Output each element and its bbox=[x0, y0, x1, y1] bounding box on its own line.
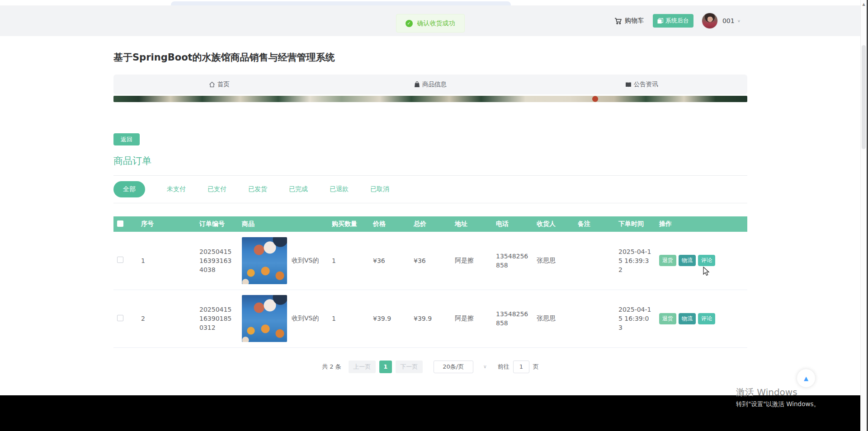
cell-price: ¥36 bbox=[369, 232, 410, 290]
tab-all[interactable]: 全部 bbox=[113, 181, 145, 197]
user-menu[interactable]: 001 ∨ bbox=[722, 17, 741, 24]
cell-price: ¥39.9 bbox=[369, 290, 410, 347]
col-header-remark: 备注 bbox=[574, 216, 615, 232]
success-toast: ✓ 确认收货成功 bbox=[396, 14, 465, 33]
pagination-total: 共 2 条 bbox=[322, 363, 341, 371]
page-number-1[interactable]: 1 bbox=[379, 361, 392, 373]
col-header-quantity: 购买数量 bbox=[328, 216, 369, 232]
cell-order-time: 2025-04-15 16:39:32 bbox=[615, 232, 656, 290]
scrollbar-thumb[interactable] bbox=[862, 45, 866, 149]
tab-completed[interactable]: 已完成 bbox=[289, 185, 308, 193]
select-all-checkbox[interactable] bbox=[117, 220, 123, 227]
logistics-button[interactable]: 物流 bbox=[679, 255, 696, 266]
cell-phone: 13548256858 bbox=[492, 290, 533, 347]
scrollbar[interactable]: ▲ bbox=[860, 0, 867, 431]
browser-strip bbox=[0, 0, 868, 5]
user-avatar[interactable] bbox=[702, 13, 718, 29]
cart-label: 购物车 bbox=[625, 17, 644, 25]
cell-total: ¥36 bbox=[410, 232, 451, 290]
nav-item-news[interactable]: 公告资讯 bbox=[536, 80, 747, 89]
logistics-button[interactable]: 物流 bbox=[679, 313, 696, 324]
windows-watermark-line1: 激活 Windows bbox=[736, 386, 797, 398]
table-row: 2 20250415163901850312 收到VS的 1 ¥39.9 ¥39… bbox=[113, 290, 747, 347]
main-nav: 首页 商品信息 公告资讯 bbox=[113, 75, 747, 94]
goods-icon bbox=[414, 81, 420, 88]
row-checkbox[interactable] bbox=[117, 257, 123, 263]
header-actions: 购物车 系统后台 001 ∨ bbox=[614, 5, 741, 36]
prev-page-button[interactable]: 上一页 bbox=[349, 361, 376, 373]
cart-button[interactable]: 购物车 bbox=[614, 17, 644, 25]
page-footer bbox=[0, 395, 860, 431]
pagination: 共 2 条 上一页 1 下一页 20条/页 ∨ 前往 页 bbox=[113, 361, 747, 373]
cell-product: 收到VS的 bbox=[238, 290, 328, 347]
col-header-price: 价格 bbox=[369, 216, 410, 232]
nav-item-home[interactable]: 首页 bbox=[113, 80, 325, 89]
table-row: 1 20250415163931634038 收到VS的 1 ¥36 ¥36 阿… bbox=[113, 232, 747, 290]
mouse-cursor bbox=[702, 267, 711, 276]
system-backend-button[interactable]: 系统后台 bbox=[653, 14, 693, 28]
header-bar: ✓ 确认收货成功 购物车 系统后台 001 bbox=[0, 5, 860, 36]
cell-order-no: 20250415163901850312 bbox=[196, 290, 238, 347]
cell-quantity: 1 bbox=[328, 290, 369, 347]
col-header-time: 下单时间 bbox=[615, 216, 656, 232]
comment-button[interactable]: 评论 bbox=[698, 255, 715, 266]
cell-address: 阿是擦 bbox=[451, 232, 492, 290]
tab-cancelled[interactable]: 已取消 bbox=[370, 185, 389, 193]
goto-label: 前往 bbox=[498, 363, 509, 371]
tab-refunded[interactable]: 已退款 bbox=[330, 185, 349, 193]
col-header-product: 商品 bbox=[238, 216, 328, 232]
return-goods-button[interactable]: 退货 bbox=[659, 255, 676, 266]
tab-shipped[interactable]: 已发货 bbox=[248, 185, 267, 193]
nav-item-label: 首页 bbox=[217, 80, 230, 89]
banner-image bbox=[113, 96, 747, 102]
col-header-index: 序号 bbox=[137, 216, 196, 232]
arrow-up-icon: ▲ bbox=[804, 375, 808, 382]
chevron-down-icon[interactable]: ∨ bbox=[483, 364, 487, 370]
cell-order-no: 20250415163931634038 bbox=[196, 232, 238, 290]
back-button[interactable]: 返回 bbox=[113, 133, 140, 145]
cell-address: 阿是擦 bbox=[451, 290, 492, 347]
page-size-select[interactable]: 20条/页 bbox=[434, 361, 473, 373]
toast-message: 确认收货成功 bbox=[417, 19, 455, 28]
page-unit-label: 页 bbox=[533, 363, 539, 371]
home-icon bbox=[209, 81, 215, 88]
next-page-button[interactable]: 下一页 bbox=[396, 361, 423, 373]
news-icon bbox=[625, 82, 632, 88]
section-title: 商品订单 bbox=[113, 155, 747, 167]
col-header-total: 总价 bbox=[410, 216, 451, 232]
col-header-receiver: 收货人 bbox=[533, 216, 574, 232]
cart-icon bbox=[614, 17, 622, 25]
cell-total: ¥39.9 bbox=[410, 290, 451, 347]
cell-receiver: 张思思 bbox=[533, 232, 574, 290]
order-status-tabs: 全部 未支付 已支付 已发货 已完成 已退款 已取消 bbox=[113, 176, 747, 203]
cell-index: 1 bbox=[137, 232, 196, 290]
nav-item-goods[interactable]: 商品信息 bbox=[325, 80, 536, 89]
product-image bbox=[242, 237, 287, 284]
browser-tab-hint bbox=[171, 1, 511, 5]
cell-actions: 退货物流评论 bbox=[656, 232, 747, 290]
scrollbar-up-icon[interactable]: ▲ bbox=[861, 0, 867, 6]
col-header-address: 地址 bbox=[451, 216, 492, 232]
page-title: 基于SpringBoot的水族馆商品销售与经营管理系统 bbox=[113, 36, 747, 64]
col-header-actions: 操作 bbox=[656, 216, 747, 232]
back-to-top-button[interactable]: ▲ bbox=[797, 369, 815, 387]
system-backend-label: 系统后台 bbox=[665, 17, 689, 25]
goto-page-input[interactable] bbox=[513, 361, 529, 373]
tab-paid[interactable]: 已支付 bbox=[208, 185, 226, 193]
table-header-row: 序号 订单编号 商品 购买数量 价格 总价 地址 电话 收货人 备注 下单时间 … bbox=[113, 216, 747, 232]
cell-order-time: 2025-04-15 16:39:03 bbox=[615, 290, 656, 347]
product-name: 收到VS的 bbox=[292, 257, 319, 265]
tab-unpaid[interactable]: 未支付 bbox=[167, 185, 186, 193]
row-checkbox[interactable] bbox=[117, 315, 123, 321]
username: 001 bbox=[722, 17, 735, 24]
return-goods-button[interactable]: 退货 bbox=[659, 313, 676, 324]
cell-product: 收到VS的 bbox=[238, 232, 328, 290]
cell-quantity: 1 bbox=[328, 232, 369, 290]
windows-watermark-line2: 转到"设置"以激活 Windows。 bbox=[736, 400, 820, 408]
chevron-down-icon: ∨ bbox=[737, 19, 741, 23]
divider bbox=[113, 203, 747, 203]
nav-item-label: 公告资讯 bbox=[634, 80, 658, 89]
nav-item-label: 商品信息 bbox=[422, 80, 447, 89]
comment-button[interactable]: 评论 bbox=[698, 313, 715, 324]
cell-receiver: 张思思 bbox=[533, 290, 574, 347]
